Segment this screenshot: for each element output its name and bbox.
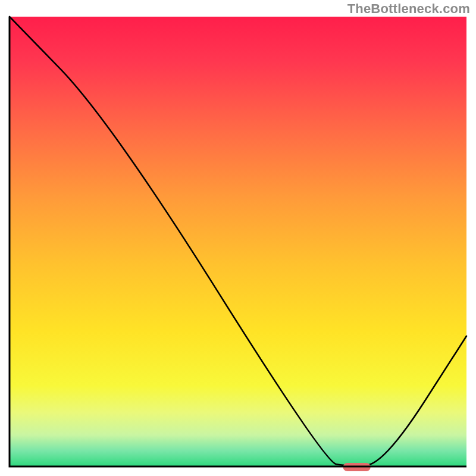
gradient-background <box>10 17 466 466</box>
bottleneck-chart <box>0 0 476 476</box>
chart-stage: TheBottleneck.com <box>0 0 476 476</box>
